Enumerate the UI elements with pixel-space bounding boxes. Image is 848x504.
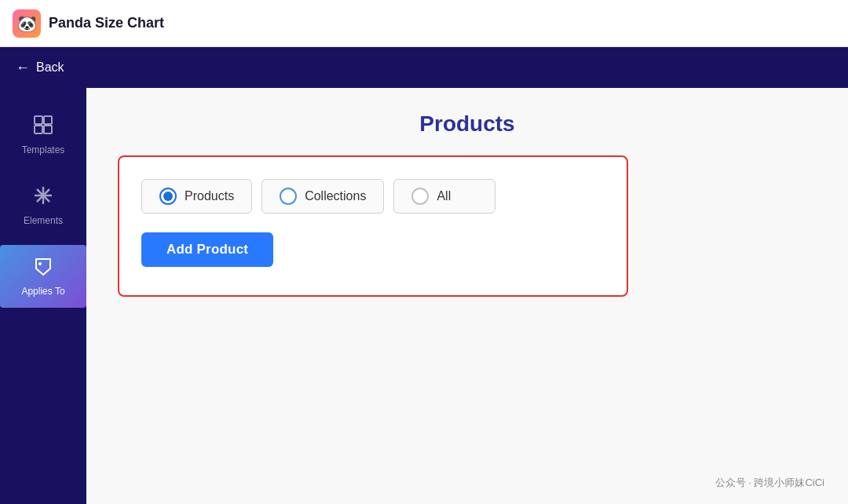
watermark: 公众号 · 跨境小师妹CiCi xyxy=(715,476,824,490)
svg-point-8 xyxy=(38,262,42,265)
radio-products-label: Products xyxy=(185,189,234,203)
back-arrow-icon: ← xyxy=(16,60,30,76)
radio-circle-products xyxy=(159,188,177,205)
svg-rect-1 xyxy=(44,116,52,124)
back-button[interactable]: ← Back xyxy=(16,60,64,76)
content-area: Products Products Collections All xyxy=(86,88,848,504)
svg-rect-0 xyxy=(35,116,42,124)
elements-icon xyxy=(33,185,53,210)
applies-to-card: Products Collections All Add Product xyxy=(118,155,628,297)
nav-bar: ← Back xyxy=(0,47,848,88)
sidebar-item-applies-to-label: Applies To xyxy=(21,286,64,297)
sidebar-item-templates-label: Templates xyxy=(22,144,65,155)
radio-options-row: Products Collections All xyxy=(141,179,605,214)
page-title: Products xyxy=(118,111,817,137)
radio-collections[interactable]: Collections xyxy=(261,179,384,214)
radio-circle-collections xyxy=(280,188,297,205)
sidebar-item-applies-to[interactable]: Applies To xyxy=(0,245,86,308)
svg-rect-2 xyxy=(35,126,42,133)
add-product-button[interactable]: Add Product xyxy=(141,232,273,267)
back-label: Back xyxy=(36,60,64,75)
radio-products[interactable]: Products xyxy=(141,179,252,214)
radio-all[interactable]: All xyxy=(393,179,495,214)
app-bar: 🐼 Panda Size Chart xyxy=(0,0,848,47)
sidebar-item-templates[interactable]: Templates xyxy=(0,104,86,166)
sidebar-item-elements-label: Elements xyxy=(24,215,63,226)
main-layout: Templates Elements Applies To xyxy=(0,88,848,504)
radio-all-label: All xyxy=(437,189,451,203)
radio-circle-all xyxy=(411,188,429,205)
svg-rect-3 xyxy=(44,126,52,133)
radio-collections-label: Collections xyxy=(305,189,366,203)
templates-icon xyxy=(33,115,53,140)
applies-to-icon xyxy=(33,256,53,281)
sidebar: Templates Elements Applies To xyxy=(0,88,86,504)
sidebar-item-elements[interactable]: Elements xyxy=(0,174,86,237)
app-icon: 🐼 xyxy=(13,9,41,38)
app-title: Panda Size Chart xyxy=(49,15,164,31)
